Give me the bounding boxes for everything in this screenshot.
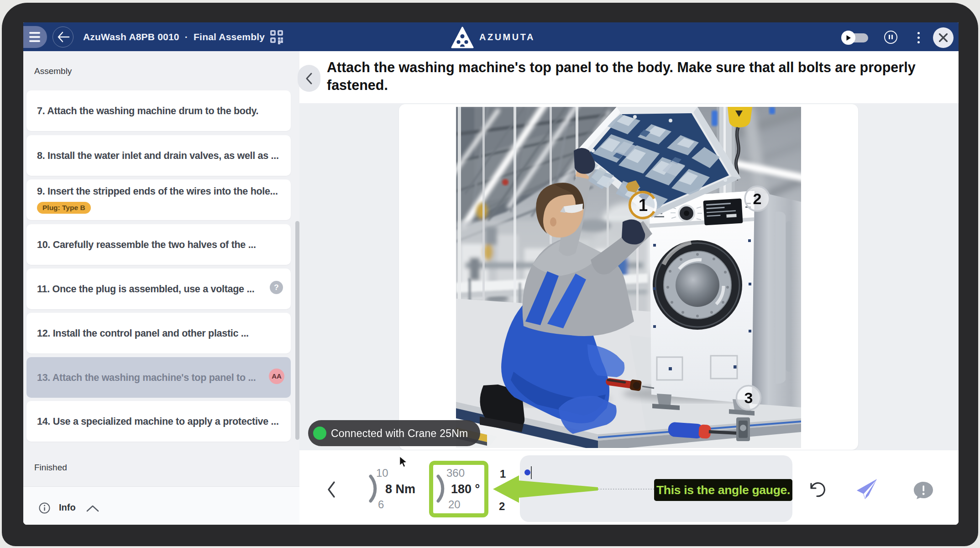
svg-text:1: 1 [639, 196, 648, 215]
svg-text:2: 2 [753, 190, 762, 207]
svg-text:3: 3 [744, 389, 753, 406]
